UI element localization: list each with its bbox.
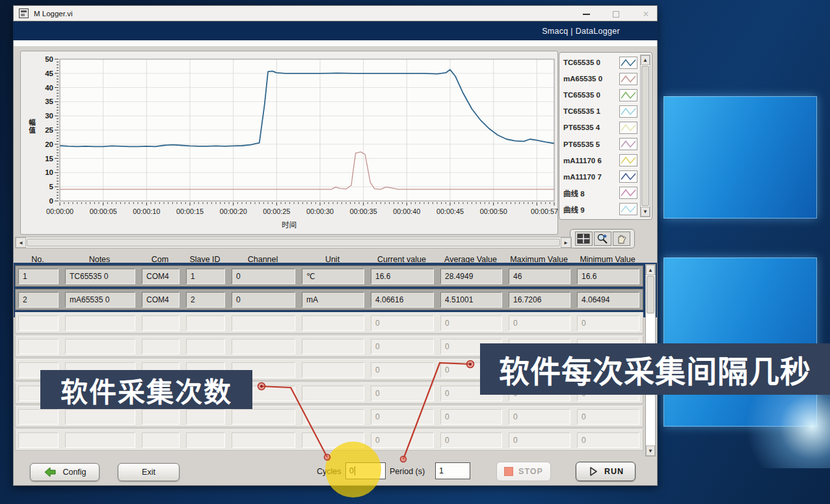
minimize-button[interactable]: [579, 8, 593, 20]
legend-line-sample[interactable]: [619, 122, 637, 134]
crosshair-tool-button[interactable]: [575, 232, 593, 246]
legend-item[interactable]: mA11170 7: [563, 169, 640, 185]
legend-label: PT65535 4: [563, 124, 619, 131]
table-cell: 0: [577, 432, 639, 448]
table-cell: mA: [302, 292, 364, 308]
scroll-up-icon[interactable]: ▲: [646, 265, 655, 275]
close-icon: ×: [643, 9, 649, 20]
config-label: Config: [62, 468, 86, 477]
close-button[interactable]: ×: [639, 8, 653, 20]
table-row: 1TC65535 0COM410℃16.628.49494616.6: [15, 265, 643, 287]
period-input[interactable]: 1: [435, 462, 470, 479]
table-cell: [18, 339, 59, 354]
table-cell: [232, 339, 295, 354]
table-cell: [302, 432, 364, 448]
table-cell: [302, 315, 364, 331]
maximize-button[interactable]: [609, 8, 623, 20]
table-cell: 0: [371, 432, 434, 448]
legend-line-sample[interactable]: [619, 105, 637, 118]
zoom-tool-button[interactable]: [594, 232, 611, 246]
table-cell: 0: [440, 432, 502, 448]
table-row: 0000: [15, 312, 643, 334]
svg-text:0: 0: [49, 197, 53, 205]
legend-line-sample[interactable]: [619, 138, 637, 150]
cycles-input[interactable]: 0: [345, 462, 386, 479]
pan-tool-button[interactable]: [613, 232, 630, 246]
table-cell: [142, 339, 180, 354]
cycles-label: Cycles: [317, 467, 341, 476]
chart-scroll-thumb[interactable]: [27, 239, 560, 246]
table-cell: COM4: [142, 292, 180, 308]
legend-line-sample[interactable]: [619, 154, 637, 166]
table-cell: COM4: [142, 269, 180, 284]
table-cell: 0: [509, 315, 570, 331]
table-cell: [302, 339, 364, 354]
legend-scroll-thumb[interactable]: [641, 66, 649, 206]
legend-item[interactable]: TC65535 1: [563, 103, 640, 119]
table-cell: [186, 315, 225, 331]
run-button[interactable]: RUN: [576, 462, 636, 481]
main-content: 0510152025303540455000:00:0000:00:0500:0…: [13, 40, 658, 486]
legend-item[interactable]: mA11170 6: [563, 153, 640, 168]
play-icon: [587, 466, 599, 477]
svg-text:00:00:05: 00:00:05: [90, 207, 117, 215]
legend-line-sample[interactable]: [619, 73, 637, 85]
table-cell: 0: [371, 339, 434, 354]
legend-item[interactable]: 曲线 8: [563, 185, 640, 201]
table-cell: 0: [577, 409, 639, 425]
legend-item[interactable]: 曲线 9: [563, 202, 640, 217]
table-cell: [232, 409, 295, 425]
table-cell: ℃: [302, 269, 364, 284]
table-scroll-thumb[interactable]: [647, 276, 654, 313]
table-cell: 2: [18, 292, 59, 308]
x-axis-title: 时间: [21, 219, 557, 230]
scroll-down-icon[interactable]: ▼: [641, 207, 650, 217]
table-cell: 1: [18, 269, 59, 284]
config-button[interactable]: Config: [30, 463, 100, 481]
table-cell: [18, 409, 59, 425]
table-cell: [65, 409, 135, 425]
table-cell: [142, 409, 180, 425]
legend-label: mA65535 0: [563, 75, 619, 83]
magnifier-icon: [596, 233, 609, 245]
table-cell: 46: [509, 269, 570, 284]
table-cell: 2: [186, 292, 225, 308]
legend-item[interactable]: PT65535 5: [563, 137, 640, 152]
exit-button[interactable]: Exit: [118, 463, 180, 481]
scroll-down-icon[interactable]: ▼: [646, 445, 655, 456]
maximize-icon: [613, 11, 619, 18]
table-cell: [65, 339, 135, 354]
legend-item[interactable]: PT65535 4: [563, 120, 640, 135]
desktop-windows-logo-pane-top: [663, 96, 817, 219]
legend-line-sample[interactable]: [619, 89, 637, 101]
scroll-up-icon[interactable]: ▲: [641, 55, 650, 65]
table-cell: [18, 315, 59, 331]
table-row: 0000: [15, 429, 643, 451]
svg-text:00:00:25: 00:00:25: [263, 207, 290, 215]
run-label: RUN: [604, 467, 624, 476]
svg-text:20: 20: [45, 140, 53, 148]
legend-line-sample[interactable]: [619, 170, 637, 183]
svg-text:10: 10: [45, 168, 53, 176]
legend-line-sample[interactable]: [619, 57, 637, 69]
scroll-left-icon[interactable]: ◄: [16, 237, 26, 248]
legend-line-sample[interactable]: [619, 203, 637, 215]
legend-item[interactable]: mA65535 0: [563, 71, 640, 86]
legend-item[interactable]: TC65535 0: [563, 87, 640, 103]
minimize-icon: [583, 14, 590, 15]
annotation-period: 软件每次采集间隔几秒: [480, 343, 830, 395]
table-cell: 0: [371, 362, 434, 378]
table-cell: [142, 315, 180, 331]
table-cell: [18, 432, 59, 448]
table-cell: [186, 339, 225, 354]
legend-item[interactable]: TC65535 0: [563, 55, 640, 70]
legend-line-sample[interactable]: [619, 187, 637, 199]
table-cell: 4.06494: [577, 292, 639, 308]
chart-h-scrollbar[interactable]: ◄ ►: [15, 237, 572, 248]
legend-scrollbar[interactable]: ▲ ▼: [640, 55, 650, 217]
svg-text:50: 50: [45, 55, 53, 63]
table-cell: [232, 315, 295, 331]
stop-button[interactable]: STOP: [496, 462, 551, 481]
exit-label: Exit: [142, 468, 155, 477]
scroll-right-icon[interactable]: ►: [561, 237, 571, 248]
